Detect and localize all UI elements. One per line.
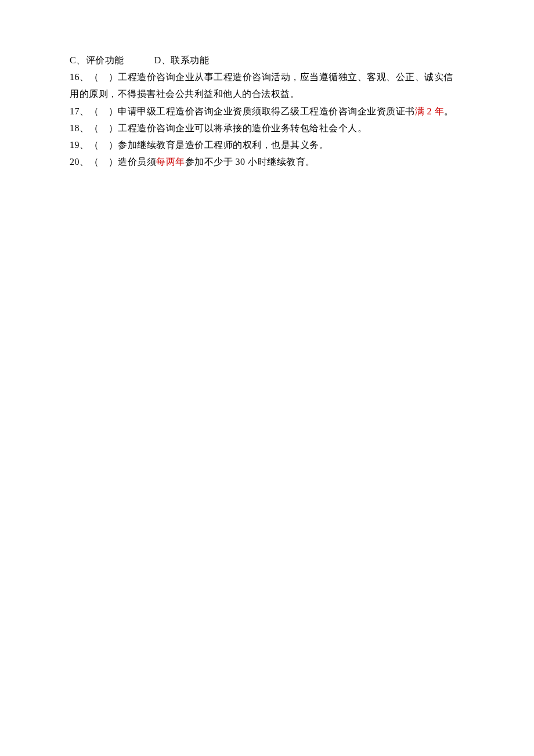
question-16-line2: 用的原则，不得损害社会公共利益和他人的合法权益。 <box>70 86 464 102</box>
document-body: C、评价功能D、联系功能 16、（ ）工程造价咨询企业从事工程造价咨询活动，应当… <box>70 52 464 170</box>
question-20-prefix: 20、（ ）造价员须 <box>70 157 156 167</box>
question-20-suffix: 参加不少于 30 小时继续教育。 <box>185 157 315 167</box>
question-18: 18、（ ）工程造价咨询企业可以将承接的造价业务转包给社会个人。 <box>70 120 464 136</box>
question-17-highlight: 满 2 年 <box>415 106 445 116</box>
question-17-suffix: 。 <box>444 106 454 116</box>
question-20: 20、（ ）造价员须每两年参加不少于 30 小时继续教育。 <box>70 154 464 170</box>
option-d: D、联系功能 <box>154 55 210 65</box>
option-line: C、评价功能D、联系功能 <box>70 52 464 68</box>
question-16-line1: 16、（ ）工程造价咨询企业从事工程造价咨询活动，应当遵循独立、客观、公正、诚实… <box>70 69 464 85</box>
question-19: 19、（ ）参加继续教育是造价工程师的权利，也是其义务。 <box>70 137 464 153</box>
option-c: C、评价功能 <box>70 55 124 65</box>
question-20-highlight: 每两年 <box>156 157 185 167</box>
question-17-prefix: 17、（ ）申请甲级工程造价咨询企业资质须取得乙级工程造价咨询企业资质证书 <box>70 106 415 116</box>
question-17: 17、（ ）申请甲级工程造价咨询企业资质须取得乙级工程造价咨询企业资质证书满 2… <box>70 103 464 119</box>
